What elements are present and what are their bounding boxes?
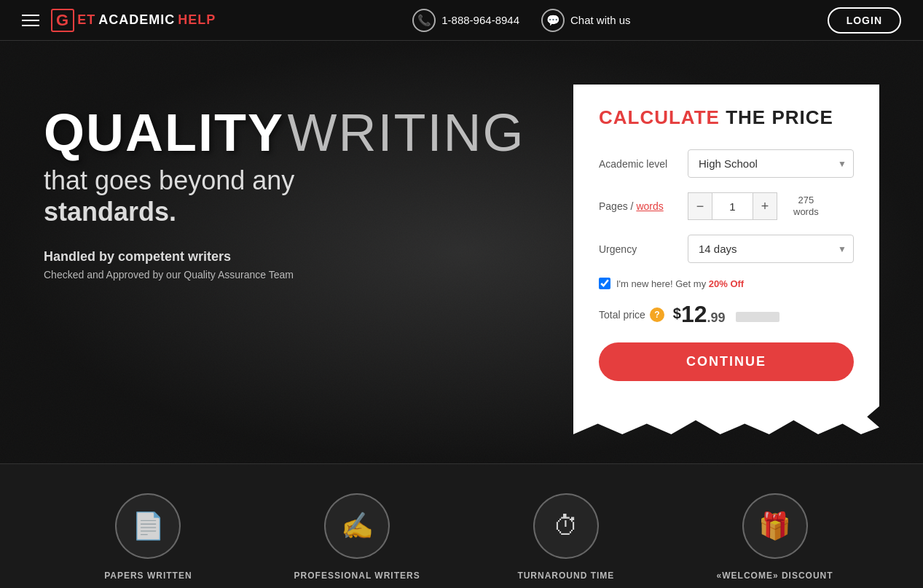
hero-subtitle: that goes beyond any standards. [44, 165, 544, 227]
calculator-card: CALCULATE THE PRICE Academic level High … [573, 85, 879, 434]
stat-item-1: ✍ PROFESSIONAL WRITERS 1200+ Of all poss… [253, 493, 462, 588]
urgency-label: Urgency [599, 243, 679, 255]
total-price: $12.99 [673, 301, 780, 328]
phone-block: 📞 1-888-964-8944 [412, 9, 519, 32]
hero-title-writing: WRITING [287, 103, 525, 162]
academic-label: Academic level [599, 158, 679, 170]
price-strikethrough [736, 312, 779, 322]
hero-subtitle-line1: that goes beyond any [44, 165, 544, 196]
calc-title-red: CALCULATE [599, 106, 720, 128]
new-user-checkbox[interactable] [599, 278, 610, 289]
stat-label-2: TURNAROUND TIME [462, 571, 671, 581]
header: G ETACADEMICHELP 📞 1-888-964-8944 💬 Chat… [0, 0, 923, 41]
chat-icon: 💬 [541, 9, 565, 32]
stat-icon-3: 🎁 [742, 493, 808, 559]
header-left: G ETACADEMICHELP [22, 9, 216, 32]
logo-help: HELP [178, 12, 216, 28]
academic-level-select[interactable]: High School Undergraduate Bachelor Profe… [688, 149, 854, 178]
header-center: 📞 1-888-964-8944 💬 Chat with us [412, 9, 630, 32]
hero-subtitle-line2: standards. [44, 196, 544, 227]
logo-et: ET [77, 12, 95, 28]
total-help-icon[interactable]: ? [650, 307, 664, 322]
new-user-label: I'm new here! Get my 20% Off [616, 278, 744, 289]
phone-number: 1-888-964-8944 [441, 14, 519, 26]
stat-item-2: ⏱ TURNAROUND TIME 6-hour Is available fo… [462, 493, 671, 588]
urgency-select[interactable]: 3 hours 6 hours 12 hours 24 hours 48 hou… [688, 235, 854, 263]
phone-icon: 📞 [412, 9, 436, 32]
stat-label-3: «WELCOME» DISCOUNT [670, 571, 879, 581]
login-button[interactable]: LOGIN [828, 7, 901, 34]
pages-label: Pages / words [599, 200, 679, 212]
hero-section: QUALITY WRITING that goes beyond any sta… [0, 41, 923, 463]
stat-item-0: 📄 PAPERS WRITTEN 90 000+ Of all types an… [44, 493, 253, 588]
pages-value: 1 [712, 192, 753, 220]
hero-title: QUALITY WRITING [44, 106, 544, 159]
stat-icon-2: ⏱ [533, 493, 599, 559]
total-label: Total price ? [599, 307, 664, 322]
hero-text: QUALITY WRITING that goes beyond any sta… [44, 85, 544, 281]
stat-label-0: PAPERS WRITTEN [44, 571, 253, 581]
words-display: 275 words [793, 195, 819, 217]
stats-section: 📄 PAPERS WRITTEN 90 000+ Of all types an… [0, 463, 923, 588]
decrement-button[interactable]: − [688, 192, 712, 220]
stat-label-1: PROFESSIONAL WRITERS [253, 571, 462, 581]
urgency-select-wrapper: 3 hours 6 hours 12 hours 24 hours 48 hou… [688, 235, 854, 263]
logo: G ETACADEMICHELP [51, 9, 216, 32]
hero-desc2: Checked and Approved by our Quality Assu… [44, 269, 544, 281]
chat-block[interactable]: 💬 Chat with us [541, 9, 631, 32]
counter-wrapper: − 1 + [688, 192, 777, 220]
academic-select-wrapper: High School Undergraduate Bachelor Profe… [688, 149, 854, 178]
academic-level-row: Academic level High School Undergraduate… [599, 149, 854, 178]
urgency-row: Urgency 3 hours 6 hours 12 hours 24 hour… [599, 235, 854, 263]
stat-icon-0: 📄 [115, 493, 181, 559]
stat-item-3: 🎁 «WELCOME» DISCOUNT 20% Seasonal sales … [670, 493, 879, 588]
menu-button[interactable] [22, 15, 39, 26]
words-link[interactable]: words [636, 200, 663, 212]
calc-title: CALCULATE THE PRICE [599, 106, 854, 129]
calc-title-dark: THE PRICE [720, 106, 833, 128]
logo-icon: G [51, 9, 74, 32]
logo-academic: ACADEMIC [98, 12, 175, 28]
hero-desc1: Handled by competent writers [44, 249, 544, 264]
pages-row: Pages / words − 1 + 275 words [599, 192, 854, 220]
new-user-row: I'm new here! Get my 20% Off [599, 278, 854, 289]
total-row: Total price ? $12.99 [599, 301, 854, 328]
chat-label: Chat with us [570, 14, 631, 26]
increment-button[interactable]: + [753, 192, 777, 220]
discount-label: 20% Off [709, 278, 744, 289]
continue-button[interactable]: CONTINUE [599, 342, 854, 381]
hero-title-quality: QUALITY [44, 103, 284, 162]
stat-icon-1: ✍ [324, 493, 390, 559]
